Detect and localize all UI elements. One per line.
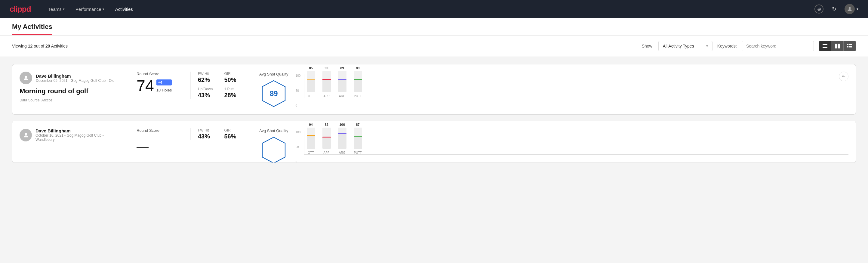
bar-putt-label: PUTT — [354, 94, 362, 98]
stats-section: FW Hit 62% GIR 50% Up/Down 43% 1 Putt 28… — [190, 71, 245, 99]
bar-app-value: 82 — [324, 123, 328, 126]
bar-arg-value: 89 — [340, 66, 344, 70]
nav-teams-label: Teams — [49, 7, 62, 12]
svg-point-16 — [25, 133, 27, 135]
add-icon[interactable]: ⊕ — [814, 4, 824, 13]
bar-ott-value: 85 — [309, 66, 312, 70]
svg-point-0 — [849, 7, 851, 9]
avatar-circle — [844, 4, 855, 14]
view-grid-button[interactable] — [831, 41, 844, 51]
player-avatar — [20, 71, 32, 84]
player-info: Dave Billingham December 05, 2021 - Gog … — [20, 71, 122, 84]
mini-chart: 100 50 0 94 OTT 82 APP — [296, 128, 848, 163]
nav-activities[interactable]: Activities — [110, 0, 138, 18]
card-left: Dave Billingham December 05, 2021 - Gog … — [20, 71, 122, 102]
svg-point-14 — [25, 76, 27, 78]
bar-app-label: APP — [323, 151, 330, 154]
score-number: 74 — [136, 78, 154, 94]
bar-arg-value: 106 — [339, 123, 345, 126]
player-name: Dave Billingham — [36, 74, 114, 79]
svg-rect-5 — [838, 43, 840, 46]
player-date: October 16, 2021 - Gog Magog Golf Club -… — [35, 133, 122, 142]
svg-rect-3 — [823, 47, 828, 48]
bar-arg-label: ARG — [339, 151, 346, 154]
round-score-label: Round Score — [136, 71, 183, 76]
filters-bar: Viewing 12 out of 29 Activities Show: Al… — [0, 35, 868, 57]
search-input[interactable] — [742, 41, 814, 51]
chart-y-labels: 100 50 0 — [296, 74, 301, 107]
svg-rect-2 — [823, 46, 828, 46]
score-badge: +4 — [156, 80, 172, 85]
bar-arg: 89 ARG — [338, 66, 346, 98]
svg-rect-9 — [849, 44, 852, 45]
bar-ott: 85 OTT — [307, 66, 315, 98]
score-main: 74 +4 18 Holes — [136, 78, 183, 94]
view-list-compact-button[interactable] — [819, 41, 831, 51]
round-score-label: Round Score — [136, 128, 183, 133]
data-source: Data Source: Arccos — [20, 98, 122, 102]
bar-putt: 87 PUTT — [354, 123, 362, 154]
activity-type-select[interactable]: All Activity Types ▾ — [658, 41, 713, 51]
navbar: clippd Teams ▾ Performance ▾ Activities … — [0, 0, 868, 18]
round-score-section: Round Score — [129, 128, 183, 148]
activity-type-chevron-icon: ▾ — [706, 44, 708, 48]
nav-performance-label: Performance — [75, 7, 101, 12]
hexagon: 89 — [262, 80, 286, 107]
stat-updown: Up/Down 43% — [198, 87, 218, 99]
svg-rect-10 — [847, 46, 848, 47]
chart-y-labels: 100 50 0 — [296, 130, 301, 163]
bar-ott-label: OTT — [308, 151, 314, 154]
refresh-icon[interactable]: ↻ — [830, 4, 839, 13]
player-date: December 05, 2021 - Gog Magog Golf Club … — [36, 79, 114, 83]
hexagon-wrap — [259, 137, 288, 163]
bar-putt-value: 89 — [356, 66, 360, 70]
svg-marker-17 — [262, 137, 285, 163]
svg-rect-8 — [847, 44, 848, 45]
bar-app: 90 APP — [322, 66, 331, 98]
svg-rect-4 — [835, 43, 837, 46]
teams-chevron-icon: ▾ — [63, 7, 65, 11]
nav-activities-label: Activities — [115, 7, 133, 12]
app-logo[interactable]: clippd — [10, 4, 31, 14]
viewing-text: Viewing 12 out of 29 Activities — [12, 43, 637, 49]
activity-title: Morning round of golf — [20, 87, 122, 95]
player-avatar — [20, 129, 32, 141]
nav-teams[interactable]: Teams ▾ — [43, 0, 70, 18]
stat-fw-hit: FW Hit 43% — [198, 128, 218, 140]
navbar-right: ⊕ ↻ ▾ — [814, 4, 858, 14]
mini-chart: 100 50 0 85 OTT — [296, 71, 830, 107]
view-list-detail-button[interactable] — [844, 41, 856, 51]
svg-rect-7 — [838, 46, 840, 49]
card-left: Dave Billingham October 16, 2021 - Gog M… — [20, 128, 122, 145]
bar-app-label: APP — [323, 94, 330, 98]
card-edit: ✏ — [838, 71, 848, 81]
svg-rect-11 — [849, 46, 852, 47]
bar-ott: 94 OTT — [307, 123, 315, 154]
page-header: My Activities — [0, 18, 868, 35]
bar-putt-value: 87 — [356, 123, 360, 126]
svg-rect-1 — [823, 44, 828, 45]
edit-button[interactable]: ✏ — [839, 71, 848, 81]
keywords-label: Keywords: — [717, 43, 737, 49]
quality-section: Avg Shot Quality 100 50 0 — [252, 128, 848, 163]
svg-rect-13 — [849, 48, 852, 48]
view-toggle — [819, 41, 856, 51]
show-label: Show: — [642, 43, 654, 49]
player-name: Dave Billingham — [35, 128, 122, 133]
player-info: Dave Billingham October 16, 2021 - Gog M… — [20, 128, 122, 142]
user-avatar[interactable]: ▾ — [844, 4, 858, 14]
nav-performance[interactable]: Performance ▾ — [70, 0, 110, 18]
hex-quality-number: 89 — [270, 89, 278, 98]
svg-rect-6 — [835, 46, 837, 49]
bar-app: 82 APP — [322, 123, 331, 154]
bar-ott-value: 94 — [309, 123, 312, 126]
activity-type-value: All Activity Types — [663, 43, 694, 49]
stat-1putt: 1 Putt 28% — [224, 87, 245, 99]
bar-arg-label: ARG — [339, 94, 346, 98]
activities-list: Dave Billingham December 05, 2021 - Gog … — [0, 57, 868, 176]
svg-rect-12 — [847, 48, 848, 48]
stat-gir: GIR 50% — [224, 71, 245, 83]
quality-label: Avg Shot Quality — [259, 72, 288, 77]
stat-fw-hit: FW Hit 62% — [198, 71, 218, 83]
round-score-section: Round Score 74 +4 18 Holes — [129, 71, 183, 95]
